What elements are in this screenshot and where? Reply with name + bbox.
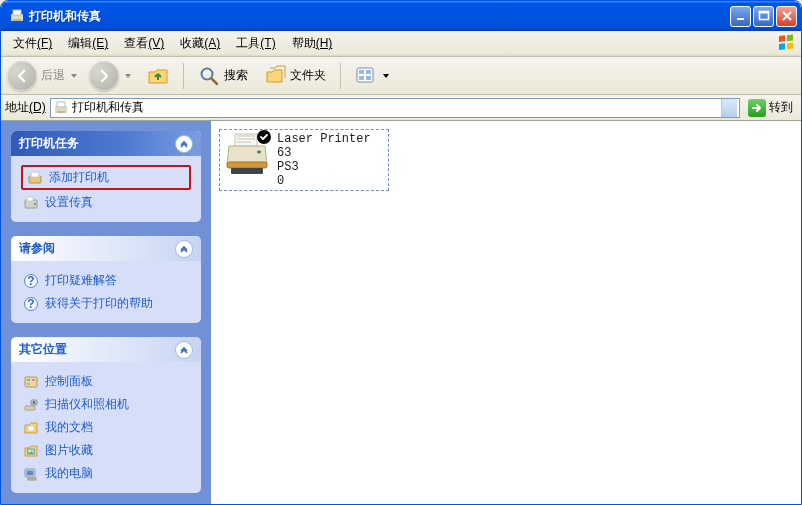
window-frame: 打印机和传真 文件(F) 编辑(E) 查看(V) 收藏(A) 工具(T) 帮助(…: [0, 0, 802, 505]
watermark: [641, 454, 801, 504]
panel-title: 打印机任务: [19, 135, 175, 152]
go-label: 转到: [769, 99, 793, 116]
client-area: 打印机任务 添加打印机 设置传真 请参阅: [1, 121, 801, 504]
printer-label: Laser Printer 63 PS3 0: [277, 132, 385, 188]
folders-icon: [264, 65, 286, 87]
views-button[interactable]: [349, 63, 395, 89]
menubar: 文件(F) 编辑(E) 查看(V) 收藏(A) 工具(T) 帮助(H): [1, 31, 801, 57]
place-label: 扫描仪和照相机: [45, 396, 129, 413]
panel-header-printer-tasks[interactable]: 打印机任务: [11, 131, 201, 156]
titlebar[interactable]: 打印机和传真: [1, 1, 801, 31]
task-label: 设置传真: [45, 194, 93, 211]
panel-see-also: 请参阅 ? 打印疑难解答 ? 获得关于打印的帮助: [11, 236, 201, 323]
svg-rect-13: [366, 70, 371, 74]
views-icon: [355, 65, 377, 87]
svg-rect-42: [227, 162, 267, 168]
menu-help[interactable]: 帮助(H): [284, 33, 341, 54]
menu-favorites[interactable]: 收藏(A): [172, 33, 228, 54]
panel-body: 添加打印机 设置传真: [11, 156, 201, 222]
svg-rect-1: [13, 10, 21, 15]
place-my-pictures[interactable]: 图片收藏: [21, 439, 191, 462]
my-computer-icon: [23, 466, 39, 482]
svg-rect-35: [28, 426, 34, 431]
place-control-panel[interactable]: 控制面板: [21, 370, 191, 393]
menu-view[interactable]: 查看(V): [116, 33, 172, 54]
svg-rect-31: [27, 383, 30, 385]
seealso-troubleshoot[interactable]: ? 打印疑难解答: [21, 269, 191, 292]
place-my-documents[interactable]: 我的文档: [21, 416, 191, 439]
forward-dropdown-icon[interactable]: [125, 74, 131, 78]
svg-point-37: [29, 450, 31, 452]
panel-body: ? 打印疑难解答 ? 获得关于打印的帮助: [11, 261, 201, 323]
svg-rect-14: [359, 76, 364, 80]
address-dropdown-button[interactable]: [721, 99, 737, 117]
panel-header-other-places[interactable]: 其它位置: [11, 337, 201, 362]
menu-tools[interactable]: 工具(T): [228, 33, 283, 54]
svg-rect-39: [27, 470, 34, 475]
panel-title: 请参阅: [19, 240, 175, 257]
back-dropdown-icon[interactable]: [71, 74, 77, 78]
svg-text:?: ?: [27, 297, 34, 311]
address-input-wrapper[interactable]: [50, 98, 740, 118]
up-button[interactable]: [141, 63, 175, 89]
svg-rect-20: [31, 172, 39, 177]
search-button[interactable]: 搜索: [192, 63, 254, 89]
windows-logo-icon: [777, 34, 797, 54]
collapse-icon: [175, 135, 193, 153]
printers-folder-small-icon: [53, 100, 69, 116]
folder-up-icon: [147, 65, 169, 87]
control-panel-icon: [23, 374, 39, 390]
back-label: 后退: [41, 67, 65, 84]
svg-rect-8: [779, 43, 785, 50]
window-title: 打印机和传真: [29, 8, 730, 25]
menu-edit[interactable]: 编辑(E): [60, 33, 116, 54]
svg-rect-15: [366, 76, 371, 80]
panel-header-see-also[interactable]: 请参阅: [11, 236, 201, 261]
address-label: 地址(D): [5, 99, 46, 116]
task-add-printer[interactable]: 添加打印机: [21, 165, 191, 190]
folders-button[interactable]: 文件夹: [258, 63, 332, 89]
task-setup-fax[interactable]: 设置传真: [21, 191, 191, 214]
my-documents-icon: [23, 420, 39, 436]
task-label: 添加打印机: [49, 169, 109, 186]
svg-rect-3: [737, 18, 744, 20]
seealso-printing-help[interactable]: ? 获得关于打印的帮助: [21, 292, 191, 315]
svg-rect-2: [13, 19, 21, 21]
svg-rect-6: [779, 35, 785, 42]
content-area[interactable]: Laser Printer 63 PS3 0: [211, 121, 801, 504]
go-button[interactable]: 转到: [744, 98, 797, 118]
svg-point-23: [34, 203, 36, 205]
svg-rect-9: [787, 43, 793, 50]
svg-rect-7: [787, 35, 793, 42]
forward-button[interactable]: [89, 61, 119, 91]
search-label: 搜索: [224, 67, 248, 84]
seealso-label: 获得关于打印的帮助: [45, 295, 153, 312]
svg-point-34: [33, 401, 35, 403]
printers-folder-icon: [9, 8, 25, 24]
place-scanners-cameras[interactable]: 扫描仪和照相机: [21, 393, 191, 416]
collapse-icon: [175, 341, 193, 359]
svg-rect-43: [231, 168, 263, 174]
place-my-computer[interactable]: 我的电脑: [21, 462, 191, 485]
place-label: 我的文档: [45, 419, 93, 436]
svg-rect-5: [759, 12, 768, 14]
svg-rect-12: [359, 70, 364, 74]
place-label: 图片收藏: [45, 442, 93, 459]
printer-list-item[interactable]: Laser Printer 63 PS3 0: [219, 129, 389, 191]
seealso-label: 打印疑难解答: [45, 272, 117, 289]
menu-file[interactable]: 文件(F): [5, 33, 60, 54]
address-input[interactable]: [72, 100, 721, 116]
maximize-button[interactable]: [753, 6, 774, 27]
search-icon: [198, 65, 220, 87]
minimize-button[interactable]: [730, 6, 751, 27]
back-button[interactable]: [7, 61, 37, 91]
svg-rect-17: [57, 102, 65, 107]
views-dropdown-icon[interactable]: [383, 74, 389, 78]
collapse-icon: [175, 240, 193, 258]
help-icon: ?: [23, 273, 39, 289]
svg-rect-18: [57, 111, 65, 113]
address-bar: 地址(D) 转到: [1, 95, 801, 121]
svg-point-44: [257, 151, 261, 154]
folders-label: 文件夹: [290, 67, 326, 84]
close-button[interactable]: [776, 6, 797, 27]
